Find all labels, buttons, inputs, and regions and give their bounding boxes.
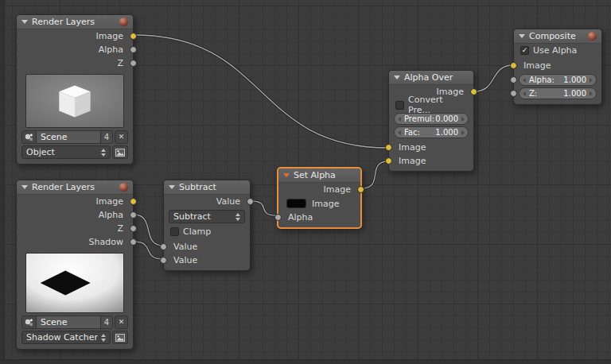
premul-field[interactable]: Premul: 0.000 <box>394 113 469 125</box>
collapse-icon[interactable] <box>169 185 175 189</box>
collapse-icon[interactable] <box>394 76 400 79</box>
scene-user-count[interactable]: 4 <box>100 131 112 143</box>
alpha-output-socket[interactable] <box>130 211 137 219</box>
increment-arrow-icon[interactable] <box>461 130 465 135</box>
image-output-socket[interactable] <box>357 186 364 193</box>
socket-label: Image <box>399 142 426 153</box>
node-header[interactable]: Subtract <box>164 180 250 195</box>
alpha-output-socket[interactable] <box>130 46 137 53</box>
render-layer-button[interactable] <box>112 145 128 159</box>
decrement-arrow-icon[interactable] <box>398 117 401 122</box>
image-output-socket[interactable] <box>130 33 137 40</box>
scene-icon[interactable] <box>22 316 37 328</box>
fac-value[interactable]: 1.000 <box>435 128 458 137</box>
node-link <box>474 65 513 91</box>
z-input-socket[interactable] <box>510 90 517 97</box>
node-set-alpha[interactable]: Set Alpha Image Image Alpha <box>277 167 362 229</box>
stepper-icon[interactable] <box>235 213 240 221</box>
socket-label: Value <box>173 255 197 265</box>
layer-dropdown[interactable]: Object <box>21 145 111 159</box>
node-composite[interactable]: Composite Use Alpha Image Alpha: 1.000 Z… <box>513 29 602 105</box>
scene-id-field[interactable]: Scene 4 <box>21 130 113 144</box>
collapse-icon[interactable] <box>283 173 290 177</box>
alpha-input-socket[interactable] <box>510 76 517 83</box>
fac-label: Fac: <box>404 128 435 137</box>
output-row-image: Image <box>389 85 473 99</box>
node-header[interactable]: Composite <box>514 29 601 44</box>
collapse-icon[interactable] <box>21 20 28 24</box>
stepper-icon[interactable] <box>101 334 106 342</box>
node-editor-canvas[interactable]: Render Layers Image Alpha Z <box>0 0 611 364</box>
premul-value[interactable]: 0.000 <box>435 114 458 123</box>
scene-icon[interactable] <box>22 131 37 143</box>
value-input-socket-2[interactable] <box>160 257 167 264</box>
scene-user-count[interactable]: 4 <box>100 316 112 328</box>
material-sphere-icon <box>119 183 128 192</box>
unlink-scene-button[interactable] <box>115 130 128 144</box>
scene-name[interactable]: Scene <box>37 316 100 328</box>
alpha-field[interactable]: Alpha: 1.000 <box>519 74 597 86</box>
scene-id-field[interactable]: Scene 4 <box>21 316 113 329</box>
render-layer-button[interactable] <box>112 331 128 344</box>
z-value[interactable]: 1.000 <box>563 89 586 98</box>
image-output-socket[interactable] <box>130 198 137 205</box>
image-output-socket[interactable] <box>470 88 477 95</box>
convert-premul-checkbox[interactable] <box>395 101 404 110</box>
image-icon <box>115 149 125 157</box>
output-row-alpha: Alpha <box>17 208 133 222</box>
node-render-layers-1[interactable]: Render Layers Image Alpha Z <box>16 14 134 165</box>
unlink-scene-button[interactable] <box>115 316 128 329</box>
layer-name: Shadow Catcher <box>26 331 98 343</box>
decrement-arrow-icon[interactable] <box>523 78 526 83</box>
image-input-socket-2[interactable] <box>385 157 392 165</box>
scene-selector-row: Scene 4 <box>21 130 128 144</box>
z-output-socket[interactable] <box>130 60 137 67</box>
socket-label: Image <box>324 184 351 195</box>
node-alpha-over[interactable]: Alpha Over Image Convert Pre... Premul: … <box>388 70 474 172</box>
value-output-socket[interactable] <box>247 198 254 205</box>
value-input-socket-1[interactable] <box>160 243 167 250</box>
layer-dropdown[interactable]: Shadow Catcher <box>21 331 111 344</box>
node-header[interactable]: Alpha Over <box>389 71 473 85</box>
node-title: Set Alpha <box>294 170 336 180</box>
output-row-image: Image <box>17 195 133 208</box>
input-row-image: Image <box>514 59 601 72</box>
alpha-input-socket[interactable] <box>274 214 282 221</box>
image-input-socket[interactable] <box>510 62 517 69</box>
increment-arrow-icon[interactable] <box>461 117 465 122</box>
z-output-socket[interactable] <box>130 225 137 232</box>
render-preview-cube <box>25 74 124 128</box>
node-header[interactable]: Render Layers <box>17 180 133 195</box>
scene-selector-row: Scene 4 <box>21 316 128 329</box>
fac-field-row: Fac: 1.000 <box>389 126 473 138</box>
alpha-value[interactable]: 1.000 <box>563 76 586 84</box>
increment-arrow-icon[interactable] <box>590 78 593 83</box>
fac-field[interactable]: Fac: 1.000 <box>394 126 469 138</box>
output-row-image: Image <box>17 29 133 43</box>
z-field[interactable]: Z: 1.000 <box>519 87 597 99</box>
collapse-icon[interactable] <box>21 185 28 189</box>
shadow-output-socket[interactable] <box>130 238 137 246</box>
node-header[interactable]: Set Alpha <box>278 168 360 183</box>
scene-name[interactable]: Scene <box>37 131 100 143</box>
increment-arrow-icon[interactable] <box>590 91 593 96</box>
node-subtract[interactable]: Subtract Value Subtract Clamp Value Valu… <box>163 180 251 271</box>
layer-selector-row: Shadow Catcher <box>21 331 128 344</box>
operation-dropdown[interactable]: Subtract <box>169 210 245 223</box>
node-link <box>362 161 388 188</box>
use-alpha-checkbox[interactable] <box>520 46 529 55</box>
clamp-checkbox[interactable] <box>170 227 179 236</box>
stepper-icon[interactable] <box>101 149 106 157</box>
node-header[interactable]: Render Layers <box>17 15 133 29</box>
layer-name: Object <box>26 146 98 158</box>
decrement-arrow-icon[interactable] <box>523 91 526 96</box>
socket-label: Image <box>523 60 551 71</box>
collapse-icon[interactable] <box>519 34 525 38</box>
image-input-socket-1[interactable] <box>385 144 392 151</box>
socket-label: Alpha <box>288 212 313 223</box>
decrement-arrow-icon[interactable] <box>398 130 401 135</box>
socket-label: Image <box>437 87 464 97</box>
node-render-layers-2[interactable]: Render Layers Image Alpha Z Shadow <box>16 180 134 350</box>
output-row-z: Z <box>17 222 133 235</box>
color-swatch[interactable] <box>286 199 306 208</box>
